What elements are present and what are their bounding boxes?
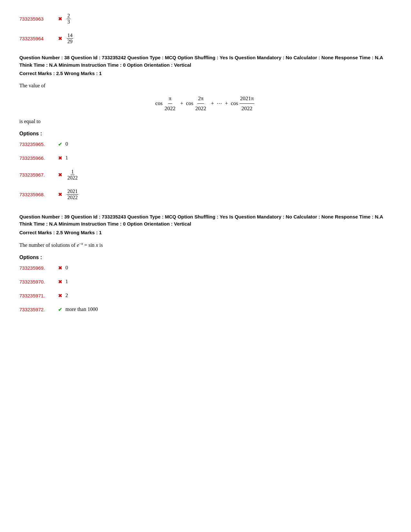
option-value-fraction: 2 3 (65, 13, 72, 25)
option-id-733235963: 733235963 (19, 16, 58, 22)
option-id-733235966: 733235966. (19, 155, 58, 161)
wrong-icon: ✖ (58, 16, 62, 22)
option-id-733235964: 733235964 (19, 36, 58, 41)
question-38-meta: Question Number : 38 Question Id : 73323… (19, 54, 392, 69)
question-38-formula: cosπ2022 + cos2π2022 + ⋯ + cos2021π2022 (19, 94, 392, 114)
top-options-section: 733235963 ✖ 2 3 733235964 ✖ 14 29 (19, 13, 392, 44)
question-39-text: The number of solutions of e−x = sin x i… (19, 240, 392, 250)
option-value-fraction: 14 29 (65, 33, 74, 44)
option-row-733235963: 733235963 ✖ 2 3 (19, 13, 392, 25)
wrong-icon: ✖ (58, 293, 62, 299)
question-39-marks: Correct Marks : 2.5 Wrong Marks : 1 (19, 230, 392, 235)
option-row-733235964: 733235964 ✖ 14 29 (19, 33, 392, 44)
option-id-733235969: 733235969. (19, 265, 58, 271)
option-row-733235965: 733235965. ✔ 0 (19, 141, 392, 147)
option-row-733235969: 733235969. ✖ 0 (19, 265, 392, 271)
wrong-icon: ✖ (58, 155, 62, 161)
option-row-733235972: 733235972. ✔ more than 1000 (19, 306, 392, 313)
option-row-733235971: 733235971. ✖ 2 (19, 293, 392, 299)
question-38-text-after: is equal to (19, 119, 41, 124)
wrong-icon: ✖ (58, 191, 62, 198)
option-row-733235967: 733235967. ✖ 1 2022 (19, 169, 392, 181)
wrong-icon: ✖ (58, 35, 62, 42)
wrong-icon: ✖ (58, 172, 62, 178)
question-38-text: The value of cosπ2022 + cos2π2022 + ⋯ + … (19, 81, 392, 126)
question-39-meta: Question Number : 39 Question Id : 73323… (19, 213, 392, 228)
option-id-733235967: 733235967. (19, 172, 58, 178)
option-value-733235967-fraction: 1 2022 (65, 169, 80, 181)
option-value-733235966: 1 (65, 155, 68, 161)
option-id-733235971: 733235971. (19, 293, 58, 298)
option-value-733235965: 0 (65, 141, 68, 147)
option-value-733235969: 0 (65, 265, 68, 271)
wrong-icon: ✖ (58, 279, 62, 285)
option-id-733235970: 733235970. (19, 279, 58, 285)
correct-icon: ✔ (58, 306, 62, 313)
correct-icon: ✔ (58, 141, 62, 147)
option-value-733235972: more than 1000 (65, 306, 98, 312)
question-38-block: Question Number : 38 Question Id : 73323… (19, 54, 392, 200)
question-38-text-before: The value of (19, 83, 45, 88)
option-row-733235968: 733235968. ✖ 2021 2022 (19, 189, 392, 200)
question-38-marks: Correct Marks : 2.5 Wrong Marks : 1 (19, 71, 392, 76)
option-value-733235970: 1 (65, 279, 68, 285)
question-39-options-label: Options : (19, 255, 392, 260)
option-id-733235972: 733235972. (19, 307, 58, 312)
option-id-733235968: 733235968. (19, 192, 58, 197)
option-value-733235968-fraction: 2021 2022 (65, 189, 80, 200)
option-row-733235970: 733235970. ✖ 1 (19, 279, 392, 285)
wrong-icon: ✖ (58, 265, 62, 271)
question-38-options-label: Options : (19, 131, 392, 137)
option-value-733235971: 2 (65, 293, 68, 298)
option-id-733235965: 733235965. (19, 141, 58, 147)
option-row-733235966: 733235966. ✖ 1 (19, 155, 392, 161)
question-39-block: Question Number : 39 Question Id : 73323… (19, 213, 392, 313)
